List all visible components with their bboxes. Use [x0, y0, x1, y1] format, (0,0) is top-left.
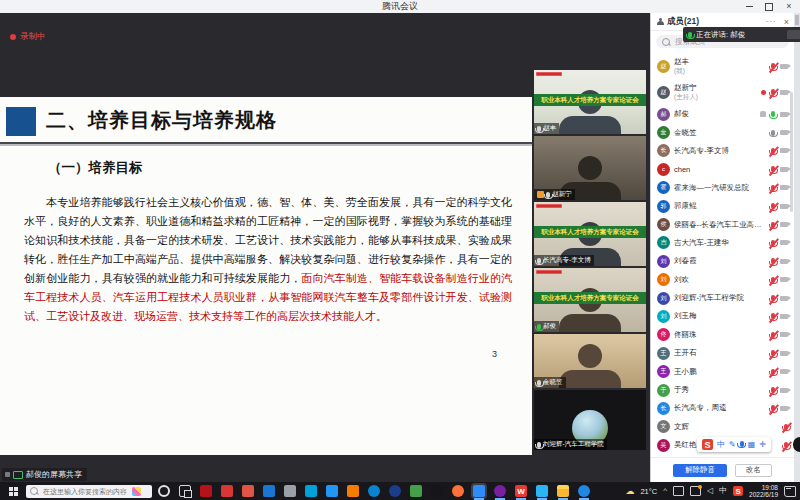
member-mic-icon[interactable]	[771, 222, 775, 228]
ime-moon-icon[interactable]	[793, 437, 800, 452]
ime-keyboard-icon[interactable]: ▦	[748, 441, 756, 449]
ime-toolbar[interactable]: S 中 ✎ ▦ ✛	[697, 437, 771, 452]
member-mic-icon[interactable]	[771, 89, 775, 95]
member-mic-icon[interactable]	[771, 185, 775, 191]
member-camera-icon[interactable]	[780, 259, 788, 264]
app-photos-icon[interactable]	[326, 485, 338, 497]
sogou-logo-icon[interactable]: S	[702, 439, 713, 450]
member-row[interactable]: 刘 刘玉梅	[651, 307, 794, 325]
member-mic-icon[interactable]	[771, 332, 775, 338]
weather-temperature[interactable]: 21°C	[640, 487, 657, 496]
maximize-button[interactable]	[764, 2, 774, 12]
member-mic-icon[interactable]	[771, 387, 775, 393]
tray-display-icon[interactable]	[673, 486, 684, 496]
member-camera-icon[interactable]	[780, 112, 788, 117]
edge-icon[interactable]	[368, 485, 380, 497]
member-mic-icon[interactable]	[771, 258, 775, 264]
app-red-icon[interactable]	[221, 485, 233, 497]
video-tile[interactable]: 职业本科人才培养方案专家论证会 赵丰	[534, 70, 646, 134]
app-red-media-icon[interactable]	[200, 485, 212, 497]
member-camera-icon[interactable]	[780, 406, 788, 411]
member-mic-icon[interactable]	[771, 148, 775, 154]
video-tile[interactable]: 金晓笠	[534, 334, 646, 388]
tray-sogou-icon[interactable]: S	[733, 486, 743, 496]
rename-button[interactable]: 改名	[735, 464, 772, 477]
qq-icon[interactable]	[431, 485, 443, 497]
member-row[interactable]: 刘 刘欢	[651, 271, 794, 289]
member-row[interactable]: 王 王开石	[651, 344, 794, 362]
taskbar-search-input[interactable]	[41, 487, 129, 496]
ime-toolbox-icon[interactable]: ✛	[759, 441, 766, 449]
member-mic-icon[interactable]	[771, 313, 775, 319]
start-button[interactable]	[0, 482, 26, 500]
member-camera-icon[interactable]	[780, 204, 788, 209]
member-mic-icon[interactable]	[784, 442, 788, 448]
app-blue-icon[interactable]	[263, 485, 275, 497]
member-camera-icon[interactable]	[780, 388, 788, 393]
member-mic-icon[interactable]	[771, 369, 775, 375]
app-green-cloud-icon[interactable]	[410, 485, 422, 497]
member-row[interactable]: 文 文辉	[651, 418, 794, 436]
member-row[interactable]: 郭 郭康鲲	[651, 197, 794, 215]
member-row[interactable]: 刘 刘春霞	[651, 252, 794, 270]
member-mic-icon[interactable]	[771, 203, 775, 209]
member-camera-icon[interactable]	[780, 130, 788, 135]
member-row[interactable]: 郝 郝俊	[651, 105, 794, 123]
member-mic-icon[interactable]	[771, 130, 775, 136]
ime-mic-icon[interactable]	[740, 441, 744, 449]
unmute-all-button[interactable]: 解除静音	[673, 464, 727, 477]
task-view-icon[interactable]	[179, 485, 191, 497]
member-camera-icon[interactable]	[780, 369, 788, 374]
member-mic-icon[interactable]	[771, 405, 775, 411]
member-row[interactable]: 赵 赵新宁 (主持人)	[651, 79, 794, 105]
member-camera-icon[interactable]	[780, 167, 788, 172]
ime-pen-icon[interactable]: ✎	[729, 441, 736, 449]
member-mic-icon[interactable]	[784, 424, 788, 430]
member-row[interactable]: 金 金晓笠	[651, 123, 794, 141]
app-navy-icon[interactable]	[389, 485, 401, 497]
member-row[interactable]: c chen	[651, 160, 794, 178]
firefox-icon[interactable]	[452, 485, 464, 497]
member-mic-icon[interactable]	[771, 350, 775, 356]
taskbar-search-box[interactable]	[26, 485, 152, 498]
member-camera-icon[interactable]	[780, 296, 788, 301]
app-teal-icon[interactable]	[305, 485, 317, 497]
close-button[interactable]: ×	[784, 2, 794, 12]
video-tile[interactable]: 刘迎辉-汽车工程学院	[534, 390, 646, 450]
tray-update-icon[interactable]	[690, 486, 701, 496]
member-row[interactable]: 长 长汽高专，周逵	[651, 399, 794, 417]
weather-icon[interactable]: ☁	[625, 486, 634, 496]
member-mic-icon[interactable]	[771, 111, 775, 117]
member-camera-icon[interactable]	[780, 314, 788, 319]
member-camera-icon[interactable]	[780, 64, 788, 69]
share-pin-icon[interactable]	[5, 472, 10, 477]
cortana-icon[interactable]	[158, 485, 170, 497]
member-camera-icon[interactable]	[780, 277, 788, 282]
member-row[interactable]: 于 于秀	[651, 381, 794, 399]
member-row[interactable]: 长 长汽高专-李文博	[651, 142, 794, 160]
app-lightblue-icon[interactable]	[536, 485, 548, 497]
app-red-light-icon[interactable]	[242, 485, 254, 497]
member-list[interactable]: 赵 赵丰 (我) 赵 赵新宁 (主持人) 郝 郝俊	[651, 52, 794, 457]
member-mic-icon[interactable]	[771, 166, 775, 172]
ime-lang-icon[interactable]: 中	[717, 441, 725, 449]
member-mic-icon[interactable]	[771, 295, 775, 301]
member-row[interactable]: 王 王小鹏	[651, 362, 794, 380]
member-row[interactable]: 刘 刘迎辉-汽车工程学院	[651, 289, 794, 307]
member-camera-icon[interactable]	[780, 148, 788, 153]
search-highlight-icon[interactable]	[132, 487, 141, 496]
video-tile[interactable]: 赵新宁	[534, 136, 646, 200]
wps-icon[interactable]: W	[515, 485, 527, 497]
member-mic-icon[interactable]	[771, 240, 775, 246]
tencent-meeting-icon[interactable]	[473, 485, 485, 497]
panel-more-button[interactable]: ···	[766, 17, 777, 26]
member-camera-icon[interactable]	[780, 332, 788, 337]
video-tile[interactable]: 职业本科人才培养方案专家论证会 长汽高专-李文博	[534, 202, 646, 266]
member-mic-icon[interactable]	[771, 63, 775, 69]
app-purple-icon[interactable]	[494, 485, 506, 497]
member-mic-icon[interactable]	[771, 277, 775, 283]
member-camera-icon[interactable]	[780, 185, 788, 190]
member-camera-icon[interactable]	[780, 90, 788, 95]
member-row[interactable]: 侯 侯丽春--长春汽车工业高等专科学校	[651, 215, 794, 233]
notification-center-icon[interactable]	[784, 486, 796, 497]
